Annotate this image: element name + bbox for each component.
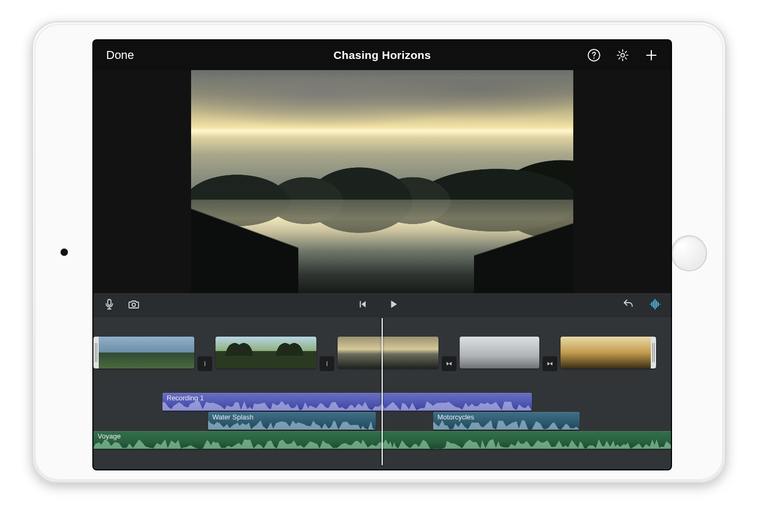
svg-point-2: [621, 54, 625, 57]
preview-clouds: [191, 79, 573, 128]
playhead-line[interactable]: [382, 318, 383, 465]
preview-shore-right: [474, 200, 573, 293]
transition-cut-icon[interactable]: [320, 356, 334, 371]
preview-viewer: [93, 70, 671, 293]
skip-previous-icon[interactable]: [356, 298, 369, 313]
undo-icon[interactable]: [622, 298, 635, 313]
clip-thumbnail: [338, 337, 388, 368]
transition-crossfade-icon[interactable]: [542, 356, 557, 371]
nav-bar: Done Chasing Horizons: [93, 40, 671, 70]
audio-waveform: [208, 419, 376, 430]
clip-trim-handle-right[interactable]: [651, 337, 656, 368]
audio-clip[interactable]: Water Splash: [208, 412, 376, 430]
gear-icon[interactable]: [616, 48, 630, 62]
clip-trim-handle-left[interactable]: [93, 337, 99, 368]
playhead-marker[interactable]: [376, 318, 388, 319]
project-title: Chasing Horizons: [333, 49, 430, 61]
preview-shore-left: [191, 193, 298, 293]
microphone-icon[interactable]: [103, 298, 116, 313]
video-clip[interactable]: [460, 337, 539, 368]
clip-thumbnail: [147, 337, 194, 368]
ipad-home-button[interactable]: [671, 235, 707, 271]
camera-icon[interactable]: [127, 298, 140, 313]
clip-thumbnail: [216, 337, 266, 368]
timeline-toolbar: [93, 293, 671, 318]
play-icon[interactable]: [387, 298, 400, 313]
video-clip[interactable]: [561, 337, 656, 368]
transition-crossfade-icon[interactable]: [442, 356, 456, 371]
timeline[interactable]: Recording 1Water SplashMotorcyclesVoyage: [93, 318, 671, 469]
clip-thumbnail: [606, 337, 651, 368]
audio-clip[interactable]: Motorcycles: [433, 412, 580, 430]
preview-frame[interactable]: [191, 70, 573, 293]
svg-point-4: [132, 303, 135, 306]
done-button[interactable]: Done: [106, 48, 134, 62]
audio-waveform-icon[interactable]: [649, 298, 661, 313]
app-screen: Done Chasing Horizons: [93, 40, 671, 469]
clip-thumbnail: [460, 337, 499, 368]
transition-cut-icon[interactable]: [197, 356, 212, 371]
ipad-camera-dot: [61, 248, 68, 256]
svg-point-1: [593, 57, 595, 58]
clip-thumbnail: [388, 337, 438, 368]
ipad-inner-frame: Done Chasing Horizons: [35, 24, 723, 480]
video-clip[interactable]: [93, 337, 194, 368]
svg-rect-3: [108, 299, 111, 305]
clip-thumbnail: [266, 337, 316, 368]
audio-waveform: [162, 400, 532, 410]
clip-thumbnail: [561, 337, 606, 368]
help-icon[interactable]: [587, 48, 601, 62]
audio-clip[interactable]: Recording 1: [162, 393, 532, 411]
audio-waveform: [433, 419, 580, 430]
plus-icon[interactable]: [644, 48, 658, 62]
clip-thumbnail: [99, 337, 147, 368]
video-clip[interactable]: [216, 337, 316, 368]
clip-thumbnail: [499, 337, 539, 368]
video-clip[interactable]: [338, 337, 438, 368]
ipad-device-frame: Done Chasing Horizons: [32, 21, 726, 483]
